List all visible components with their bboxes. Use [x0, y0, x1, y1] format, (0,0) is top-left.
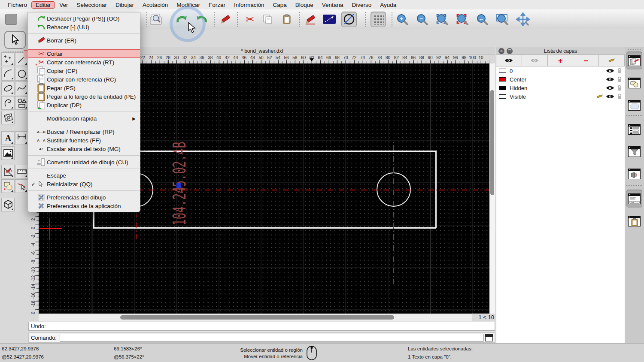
print-preview-icon[interactable]: [148, 12, 164, 27]
solid-tool[interactable]: [1, 198, 15, 211]
layer-visible-eye-icon[interactable]: [606, 68, 614, 73]
menu-item-sustituir-fuentes-ff[interactable]: A→ASustituir fuentes (FF): [28, 136, 140, 145]
left-vertical-centerline[interactable]: [136, 214, 137, 239]
circle-tool[interactable]: [15, 67, 28, 81]
vertical-scrollbar[interactable]: [489, 63, 495, 314]
layer-lock-icon[interactable]: [617, 94, 622, 100]
layer-lock-icon[interactable]: [617, 76, 622, 82]
menu-ayuda[interactable]: Ayuda: [376, 1, 401, 9]
layer-visible-eye-icon[interactable]: [606, 77, 614, 82]
polyline-tool-icon[interactable]: [322, 12, 337, 27]
layer-lock-icon[interactable]: [617, 68, 622, 74]
modify-tool[interactable]: [1, 165, 15, 178]
menu-item-duplicar-dp[interactable]: Duplicar (DP): [28, 101, 140, 109]
polygon-tool[interactable]: [15, 96, 28, 110]
edit-layer-button[interactable]: [599, 55, 625, 66]
menu-ver[interactable]: Ver: [55, 1, 72, 9]
zoom-window-icon[interactable]: [495, 12, 510, 27]
menu-item-pegar-a-lo-largo-de-la-entidad-pe[interactable]: Pegar a lo largo de la entidad (PE): [28, 92, 140, 101]
dock-entity-list-button[interactable]: [626, 120, 642, 138]
layer-edit-pencil-icon[interactable]: [596, 94, 603, 100]
menu-item-preferencias-de-la-aplicaci-n[interactable]: Preferencias de la aplicación: [28, 202, 140, 210]
menu-dibujar[interactable]: Dibujar: [111, 1, 138, 9]
menu-forzar[interactable]: Forzar: [204, 1, 230, 9]
hatch-tool[interactable]: [1, 111, 15, 124]
zoom-redraw-icon[interactable]: [455, 12, 470, 27]
menu-item-copiar-cp[interactable]: Copiar (CP): [28, 66, 140, 75]
menu-acotación[interactable]: Acotación: [138, 1, 172, 9]
menu-editar[interactable]: Editar: [31, 1, 55, 9]
points-tool[interactable]: [1, 52, 15, 66]
selection-arrow-tool[interactable]: [4, 31, 26, 49]
menu-item-cortar-con-referencia-rt[interactable]: ✂+Cortar con referencia (RT): [28, 58, 140, 66]
menu-item-borrar-er[interactable]: Borrar (ER): [28, 36, 140, 45]
dock-selection-filter-button[interactable]: [626, 142, 642, 160]
command-input[interactable]: [60, 334, 484, 342]
layer-visible-eye-icon[interactable]: [606, 85, 614, 90]
zoom-auto-icon[interactable]: [434, 12, 450, 27]
image-tool[interactable]: [1, 146, 15, 160]
grid-dots-icon[interactable]: [371, 12, 386, 27]
close-icon[interactable]: ✕: [498, 48, 504, 54]
menu-diverso[interactable]: Diverso: [347, 1, 376, 9]
dock-block-list-button[interactable]: [626, 74, 642, 92]
zoom-in-icon[interactable]: +: [395, 12, 410, 27]
dock-library-browser-button[interactable]: [626, 96, 642, 114]
menu-item-pegar-ps[interactable]: Pegar (PS): [28, 84, 140, 92]
layer-row-center[interactable]: Center: [496, 75, 625, 84]
document-partial-icon[interactable]: [3, 12, 19, 27]
layer-row-hidden[interactable]: Hidden: [496, 84, 625, 92]
rect-top-edge[interactable]: [93, 151, 436, 152]
zoom-out-icon[interactable]: −: [414, 12, 430, 27]
dimension-tool[interactable]: [15, 131, 28, 145]
menu-información[interactable]: Información: [230, 1, 269, 9]
zoom-previous-icon[interactable]: ←: [474, 12, 490, 27]
menu-item-convertir-unidad-de-dibujo-cu[interactable]: inmmConvertir unidad de dibujo (CU): [28, 158, 140, 166]
menu-item-preferencias-del-dibujo[interactable]: Preferencias del dibujo: [28, 193, 140, 202]
zoom-pan-icon[interactable]: [515, 12, 531, 27]
polyline-tool[interactable]: [1, 96, 15, 110]
add-layer-button[interactable]: +: [548, 55, 574, 66]
undo-icon[interactable]: [174, 12, 189, 27]
blocks-tool[interactable]: [1, 179, 15, 193]
layer-lock-icon[interactable]: [617, 85, 622, 91]
hscroll-thumb[interactable]: [120, 315, 394, 320]
selection-handle[interactable]: [176, 183, 182, 188]
right-vertical-centerline[interactable]: [393, 142, 394, 284]
measure-tool[interactable]: [15, 165, 28, 178]
menu-item-escape[interactable]: Escape: [28, 171, 140, 180]
menu-fichero[interactable]: Fichero: [3, 1, 31, 9]
show-all-layers-button[interactable]: [496, 55, 522, 66]
menu-item-modificaci-n-r-pida[interactable]: Modificación rápida▶: [28, 114, 140, 123]
menu-item-cortar[interactable]: ✂Cortar: [28, 49, 140, 58]
cut-icon[interactable]: ✂: [242, 12, 258, 27]
menu-modificar[interactable]: Modificar: [172, 1, 204, 9]
dock-named-views-button[interactable]: [626, 165, 642, 183]
menu-item-escalar-altura-del-texto-mg[interactable]: A↕Escalar altura del texto (MG): [28, 145, 140, 153]
dock-layer-list-button[interactable]: [626, 51, 642, 69]
draw-pencil-icon[interactable]: [303, 12, 318, 27]
menu-bloque[interactable]: Bloque: [291, 1, 318, 9]
paste-icon[interactable]: [279, 12, 295, 27]
layer-row-visible[interactable]: Visible: [496, 92, 625, 101]
menu-seleccionar[interactable]: Seleccionar: [73, 1, 112, 9]
menu-item-buscar-reemplazar-rp[interactable]: A→BBuscar / Reemplazar (RP): [28, 127, 140, 136]
select-entity-tool[interactable]: [15, 179, 28, 193]
show-inactive-layers-button[interactable]: [522, 55, 548, 66]
menu-item-rehacer-uu[interactable]: Rehacer [-] (UU): [28, 23, 140, 31]
dock-clipboard-button[interactable]: [626, 212, 642, 230]
dock-command-line-button[interactable]: cmd: [626, 190, 642, 208]
remove-layer-button[interactable]: −: [573, 55, 599, 66]
menu-item-reinicializar-qq[interactable]: ✓Reinicializar (QQ): [28, 180, 140, 188]
arc-tool[interactable]: [1, 67, 15, 81]
layer-visible-eye-icon[interactable]: [606, 94, 614, 99]
menu-capa[interactable]: Capa: [269, 1, 291, 9]
text-tool[interactable]: A: [1, 131, 15, 145]
copy-icon[interactable]: [260, 12, 275, 27]
circle-slash-icon[interactable]: [341, 12, 357, 27]
spline-tool[interactable]: [15, 81, 28, 95]
keyboard-toggle-icon[interactable]: [485, 334, 493, 341]
horizontal-scrollbar[interactable]: [39, 314, 489, 321]
ellipse-tool[interactable]: [1, 81, 15, 95]
vscroll-thumb[interactable]: [490, 90, 494, 195]
